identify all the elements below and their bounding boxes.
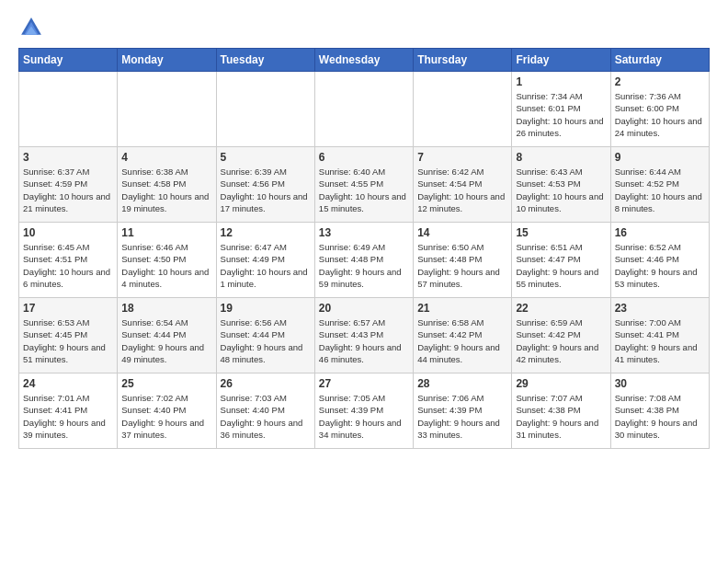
day-info: Sunrise: 6:44 AM Sunset: 4:52 PM Dayligh…	[615, 166, 705, 214]
day-info: Sunrise: 6:49 AM Sunset: 4:48 PM Dayligh…	[319, 241, 409, 290]
calendar-cell: 4Sunrise: 6:38 AM Sunset: 4:58 PM Daylig…	[118, 147, 216, 223]
day-info: Sunrise: 6:54 AM Sunset: 4:44 PM Dayligh…	[121, 316, 211, 365]
day-number: 16	[615, 226, 705, 239]
day-number: 27	[319, 377, 409, 390]
calendar-cell: 18Sunrise: 6:54 AM Sunset: 4:44 PM Dayli…	[118, 298, 216, 373]
day-info: Sunrise: 6:50 AM Sunset: 4:48 PM Dayligh…	[417, 241, 507, 290]
calendar-week-row: 3Sunrise: 6:37 AM Sunset: 4:59 PM Daylig…	[19, 147, 710, 223]
day-info: Sunrise: 7:01 AM Sunset: 4:41 PM Dayligh…	[23, 392, 113, 441]
day-info: Sunrise: 6:43 AM Sunset: 4:53 PM Dayligh…	[516, 166, 606, 214]
calendar-cell: 25Sunrise: 7:02 AM Sunset: 4:40 PM Dayli…	[118, 373, 216, 449]
calendar-cell: 19Sunrise: 6:56 AM Sunset: 4:44 PM Dayli…	[216, 298, 314, 373]
day-info: Sunrise: 6:57 AM Sunset: 4:43 PM Dayligh…	[319, 316, 409, 365]
day-number: 25	[121, 377, 211, 390]
day-number: 20	[319, 302, 409, 315]
day-number: 10	[23, 226, 113, 239]
day-number: 14	[417, 226, 507, 239]
day-number: 2	[615, 75, 705, 88]
calendar-cell: 7Sunrise: 6:42 AM Sunset: 4:54 PM Daylig…	[414, 147, 512, 223]
day-info: Sunrise: 6:39 AM Sunset: 4:56 PM Dayligh…	[221, 166, 311, 214]
day-number: 6	[319, 151, 409, 164]
day-info: Sunrise: 6:37 AM Sunset: 4:59 PM Dayligh…	[23, 166, 113, 214]
day-number: 30	[615, 377, 705, 390]
day-number: 23	[615, 302, 705, 315]
calendar-cell: 2Sunrise: 7:36 AM Sunset: 6:00 PM Daylig…	[610, 72, 709, 147]
calendar-cell: 30Sunrise: 7:08 AM Sunset: 4:38 PM Dayli…	[610, 373, 709, 449]
day-info: Sunrise: 6:42 AM Sunset: 4:54 PM Dayligh…	[417, 166, 507, 214]
calendar-cell: 11Sunrise: 6:46 AM Sunset: 4:50 PM Dayli…	[118, 223, 216, 298]
day-number: 29	[516, 377, 606, 390]
calendar-week-row: 1Sunrise: 7:34 AM Sunset: 6:01 PM Daylig…	[19, 72, 710, 147]
calendar-cell: 5Sunrise: 6:39 AM Sunset: 4:56 PM Daylig…	[216, 147, 314, 223]
day-info: Sunrise: 6:53 AM Sunset: 4:45 PM Dayligh…	[23, 316, 113, 365]
calendar-cell: 22Sunrise: 6:59 AM Sunset: 4:42 PM Dayli…	[512, 298, 610, 373]
calendar-header-thursday: Thursday	[414, 49, 512, 72]
day-info: Sunrise: 6:46 AM Sunset: 4:50 PM Dayligh…	[121, 241, 211, 290]
day-number: 9	[615, 151, 705, 164]
calendar-header-row: SundayMondayTuesdayWednesdayThursdayFrid…	[19, 49, 710, 72]
calendar-header-tuesday: Tuesday	[216, 49, 314, 72]
day-number: 7	[417, 151, 507, 164]
calendar-header-monday: Monday	[118, 49, 216, 72]
calendar-cell: 16Sunrise: 6:52 AM Sunset: 4:46 PM Dayli…	[610, 223, 709, 298]
day-number: 11	[121, 226, 211, 239]
calendar-cell	[314, 72, 413, 147]
calendar-cell	[216, 72, 314, 147]
calendar-cell: 21Sunrise: 6:58 AM Sunset: 4:42 PM Dayli…	[414, 298, 512, 373]
calendar-cell: 12Sunrise: 6:47 AM Sunset: 4:49 PM Dayli…	[216, 223, 314, 298]
calendar-cell: 8Sunrise: 6:43 AM Sunset: 4:53 PM Daylig…	[512, 147, 610, 223]
logo	[18, 15, 48, 40]
day-info: Sunrise: 6:45 AM Sunset: 4:51 PM Dayligh…	[23, 241, 113, 290]
calendar-table: SundayMondayTuesdayWednesdayThursdayFrid…	[18, 48, 710, 449]
day-info: Sunrise: 7:05 AM Sunset: 4:39 PM Dayligh…	[319, 392, 409, 441]
calendar-week-row: 24Sunrise: 7:01 AM Sunset: 4:41 PM Dayli…	[19, 373, 710, 449]
day-info: Sunrise: 6:56 AM Sunset: 4:44 PM Dayligh…	[221, 316, 311, 365]
day-info: Sunrise: 6:51 AM Sunset: 4:47 PM Dayligh…	[516, 241, 606, 290]
calendar-cell: 14Sunrise: 6:50 AM Sunset: 4:48 PM Dayli…	[414, 223, 512, 298]
calendar-cell: 26Sunrise: 7:03 AM Sunset: 4:40 PM Dayli…	[216, 373, 314, 449]
day-number: 22	[516, 302, 606, 315]
day-info: Sunrise: 6:40 AM Sunset: 4:55 PM Dayligh…	[319, 166, 409, 214]
calendar-cell: 20Sunrise: 6:57 AM Sunset: 4:43 PM Dayli…	[314, 298, 413, 373]
day-info: Sunrise: 6:59 AM Sunset: 4:42 PM Dayligh…	[516, 316, 606, 365]
calendar-cell: 23Sunrise: 7:00 AM Sunset: 4:41 PM Dayli…	[610, 298, 709, 373]
calendar-cell: 9Sunrise: 6:44 AM Sunset: 4:52 PM Daylig…	[610, 147, 709, 223]
day-number: 17	[23, 302, 113, 315]
calendar-cell: 13Sunrise: 6:49 AM Sunset: 4:48 PM Dayli…	[314, 223, 413, 298]
logo-icon	[18, 15, 44, 40]
day-info: Sunrise: 6:52 AM Sunset: 4:46 PM Dayligh…	[615, 241, 705, 290]
calendar-cell: 15Sunrise: 6:51 AM Sunset: 4:47 PM Dayli…	[512, 223, 610, 298]
day-info: Sunrise: 7:06 AM Sunset: 4:39 PM Dayligh…	[417, 392, 507, 441]
calendar-cell	[414, 72, 512, 147]
calendar-cell	[118, 72, 216, 147]
day-info: Sunrise: 7:00 AM Sunset: 4:41 PM Dayligh…	[615, 316, 705, 365]
calendar-header-wednesday: Wednesday	[314, 49, 413, 72]
calendar-cell: 17Sunrise: 6:53 AM Sunset: 4:45 PM Dayli…	[19, 298, 118, 373]
day-number: 12	[221, 226, 311, 239]
day-info: Sunrise: 7:02 AM Sunset: 4:40 PM Dayligh…	[121, 392, 211, 441]
day-number: 19	[221, 302, 311, 315]
day-number: 28	[417, 377, 507, 390]
calendar-cell: 10Sunrise: 6:45 AM Sunset: 4:51 PM Dayli…	[19, 223, 118, 298]
day-number: 1	[516, 75, 606, 88]
day-info: Sunrise: 6:47 AM Sunset: 4:49 PM Dayligh…	[221, 241, 311, 290]
header	[18, 15, 710, 40]
calendar-cell: 6Sunrise: 6:40 AM Sunset: 4:55 PM Daylig…	[314, 147, 413, 223]
day-info: Sunrise: 6:38 AM Sunset: 4:58 PM Dayligh…	[121, 166, 211, 214]
calendar-header-saturday: Saturday	[610, 49, 709, 72]
page: SundayMondayTuesdayWednesdayThursdayFrid…	[0, 0, 728, 458]
day-info: Sunrise: 7:07 AM Sunset: 4:38 PM Dayligh…	[516, 392, 606, 441]
calendar-week-row: 10Sunrise: 6:45 AM Sunset: 4:51 PM Dayli…	[19, 223, 710, 298]
calendar-cell: 24Sunrise: 7:01 AM Sunset: 4:41 PM Dayli…	[19, 373, 118, 449]
calendar-cell: 27Sunrise: 7:05 AM Sunset: 4:39 PM Dayli…	[314, 373, 413, 449]
day-number: 24	[23, 377, 113, 390]
day-info: Sunrise: 7:03 AM Sunset: 4:40 PM Dayligh…	[221, 392, 311, 441]
day-number: 4	[121, 151, 211, 164]
day-number: 5	[221, 151, 311, 164]
calendar-cell: 3Sunrise: 6:37 AM Sunset: 4:59 PM Daylig…	[19, 147, 118, 223]
calendar-header-sunday: Sunday	[19, 49, 118, 72]
calendar-header-friday: Friday	[512, 49, 610, 72]
calendar-cell: 28Sunrise: 7:06 AM Sunset: 4:39 PM Dayli…	[414, 373, 512, 449]
day-number: 15	[516, 226, 606, 239]
calendar-week-row: 17Sunrise: 6:53 AM Sunset: 4:45 PM Dayli…	[19, 298, 710, 373]
